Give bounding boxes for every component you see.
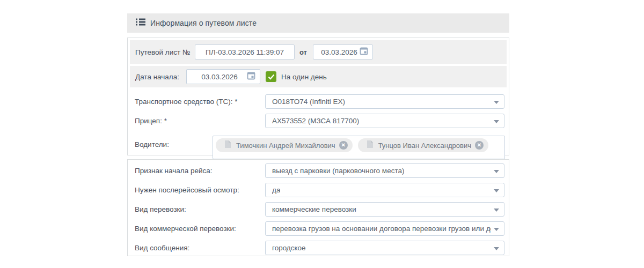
transport-type-value: коммерческие перевозки [272, 205, 356, 213]
trailer-row: Прицеп: * АХ573552 (МЗСА 817700) [128, 111, 509, 130]
calendar-icon[interactable] [247, 71, 255, 82]
driver-chip: Тимочкин Андрей Михайлович ✕ [216, 138, 353, 152]
drivers-row: Водители: Тимочкин Андрей Михайлович ✕ [128, 136, 509, 159]
transport-type-label: Вид перевозки: [128, 205, 265, 213]
calendar-icon[interactable] [360, 47, 368, 57]
post-trip-inspection-value: да [272, 186, 280, 194]
trip-start-sign-value: выезд с парковки (парковочного места) [272, 167, 404, 175]
driver-name: Тимочкин Андрей Михайлович [236, 142, 335, 150]
commercial-transport-type-label: Вид коммерческой перевозки: [128, 225, 265, 233]
vehicle-select[interactable]: О018ТО74 (Infiniti EX) [265, 94, 504, 109]
trip-start-sign-label: Признак начала рейса: [128, 167, 265, 175]
from-label: от [299, 48, 307, 56]
trailer-value: АХ573552 (МЗСА 817700) [272, 117, 359, 125]
waybill-number-label: Путевой лист № [135, 48, 195, 56]
communication-type-select[interactable]: городское [265, 241, 504, 255]
waybill-date-value: 03.03.2026 [319, 48, 360, 56]
panel-header: Информация о путевом листе [127, 13, 509, 33]
chevron-down-icon [494, 101, 499, 104]
start-date-row: Дата начала: 03.03.2026 На один день [130, 66, 507, 87]
drivers-multiselect[interactable]: Тимочкин Андрей Михайлович ✕ Тунцов Иван… [213, 136, 505, 159]
start-date-label: Дата начала: [135, 73, 186, 81]
list-icon [136, 18, 145, 28]
driver-name: Тунцов Иван Александрович [378, 142, 471, 150]
transport-type-row: Вид перевозки: коммерческие перевозки [128, 199, 509, 219]
post-trip-inspection-select[interactable]: да [265, 183, 504, 197]
one-day-checkbox[interactable] [266, 71, 276, 82]
chevron-down-icon [494, 228, 499, 231]
vehicle-label: Транспортное средство (ТС): * [128, 98, 265, 106]
commercial-transport-type-value: перевозка грузов на основании договора п… [272, 225, 491, 233]
commercial-transport-type-row: Вид коммерческой перевозки: перевозка гр… [128, 219, 509, 238]
page-title: Информация о путевом листе [150, 19, 257, 27]
document-icon [224, 140, 231, 151]
vehicle-row: Транспортное средство (ТС): * О018ТО74 (… [128, 92, 509, 111]
chevron-down-icon [494, 247, 499, 250]
chevron-down-icon [494, 189, 499, 192]
communication-type-row: Вид сообщения: городское [128, 238, 509, 257]
waybill-form-page: Информация о путевом листе Путевой лист … [0, 0, 644, 268]
driver-chip: Тунцов Иван Александрович ✕ [358, 138, 488, 152]
one-day-label: На один день [281, 73, 327, 81]
waybill-info-panel: Путевой лист № ПЛ-03.03.2026 11:39:07 от… [127, 38, 509, 155]
waybill-number-row: Путевой лист № ПЛ-03.03.2026 11:39:07 от… [130, 40, 507, 64]
document-icon [367, 140, 374, 151]
remove-driver-icon[interactable]: ✕ [475, 141, 484, 150]
trailer-select[interactable]: АХ573552 (МЗСА 817700) [265, 114, 504, 128]
communication-type-value: городское [272, 244, 306, 252]
waybill-number-value: ПЛ-03.03.2026 11:39:07 [206, 48, 284, 56]
start-date-value: 03.03.2026 [192, 73, 247, 81]
trip-start-sign-select[interactable]: выезд с парковки (парковочного места) [265, 163, 504, 178]
start-date-input[interactable]: 03.03.2026 [186, 69, 260, 84]
post-trip-inspection-label: Нужен послерейсовый осмотр: [128, 186, 265, 194]
remove-driver-icon[interactable]: ✕ [339, 141, 348, 150]
post-trip-inspection-row: Нужен послерейсовый осмотр: да [128, 180, 509, 199]
chevron-down-icon [494, 120, 499, 123]
trip-start-sign-row: Признак начала рейса: выезд с парковки (… [128, 161, 509, 180]
trailer-label: Прицеп: * [128, 117, 265, 125]
commercial-transport-type-select[interactable]: перевозка грузов на основании договора п… [265, 221, 504, 236]
waybill-number-input[interactable]: ПЛ-03.03.2026 11:39:07 [195, 44, 295, 59]
trip-attributes-panel: Признак начала рейса: выезд с парковки (… [127, 159, 509, 256]
chevron-down-icon [494, 170, 499, 173]
waybill-date-input[interactable]: 03.03.2026 [313, 44, 373, 59]
chevron-down-icon [494, 209, 499, 212]
transport-type-select[interactable]: коммерческие перевозки [265, 202, 504, 217]
vehicle-value: О018ТО74 (Infiniti EX) [272, 98, 345, 106]
communication-type-label: Вид сообщения: [128, 244, 265, 252]
drivers-label: Водители: [128, 136, 213, 159]
